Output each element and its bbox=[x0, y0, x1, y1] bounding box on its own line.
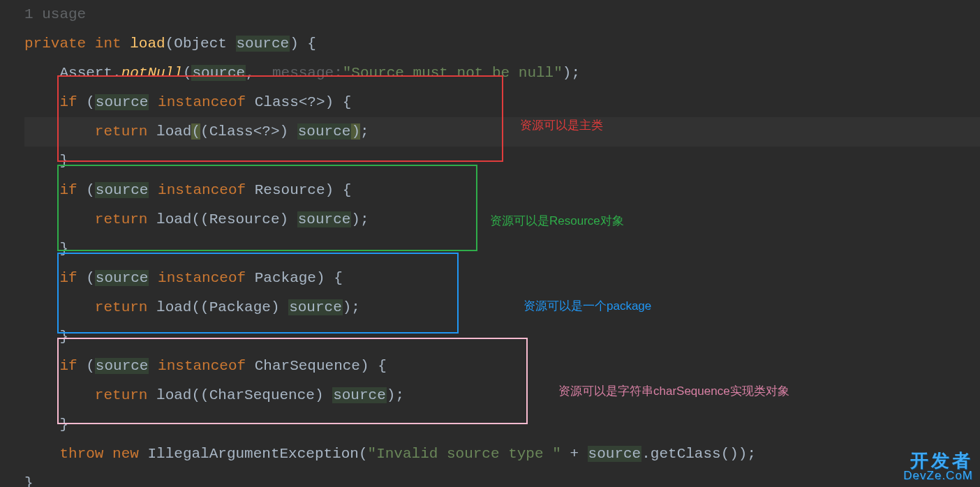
assert-line: Assert.notNull(source, message:"Source m… bbox=[24, 59, 980, 88]
return-class-line: return load((Class<?>) source); bbox=[24, 117, 980, 147]
method-signature-line: private int load(Object source) { bbox=[24, 29, 980, 59]
close-brace-3: } bbox=[24, 322, 980, 352]
method-close-brace: } bbox=[24, 469, 980, 487]
throw-line: throw new IllegalArgumentException("Inva… bbox=[24, 440, 980, 469]
annotation-text-blue: 资源可以是一个package bbox=[524, 292, 651, 321]
return-charseq-line: return load((CharSequence) source); bbox=[24, 381, 980, 410]
if-class-line: if (source instanceof Class<?>) { bbox=[24, 88, 980, 117]
annotation-text-green: 资源可以是Resource对象 bbox=[490, 207, 624, 236]
close-brace-1: } bbox=[24, 147, 980, 176]
watermark: 开发者 DevZe.CoM bbox=[903, 451, 973, 481]
if-package-line: if (source instanceof Package) { bbox=[24, 264, 980, 293]
close-brace-2: } bbox=[24, 234, 980, 264]
close-brace-4: } bbox=[24, 410, 980, 440]
if-charseq-line: if (source instanceof CharSequence) { bbox=[24, 352, 980, 381]
annotation-text-red: 资源可以是主类 bbox=[520, 111, 603, 140]
code-editor[interactable]: 1 usage private int load(Object source) … bbox=[0, 0, 980, 487]
annotation-text-pink: 资源可以是字符串charSequence实现类对象 bbox=[558, 377, 789, 406]
watermark-bottom: DevZe.CoM bbox=[903, 470, 973, 481]
if-resource-line: if (source instanceof Resource) { bbox=[24, 176, 980, 205]
usage-hint-line: 1 usage bbox=[24, 0, 980, 29]
usage-hint: 1 usage bbox=[24, 6, 86, 22]
return-package-line: return load((Package) source); bbox=[24, 293, 980, 322]
watermark-top: 开发者 bbox=[903, 451, 973, 470]
